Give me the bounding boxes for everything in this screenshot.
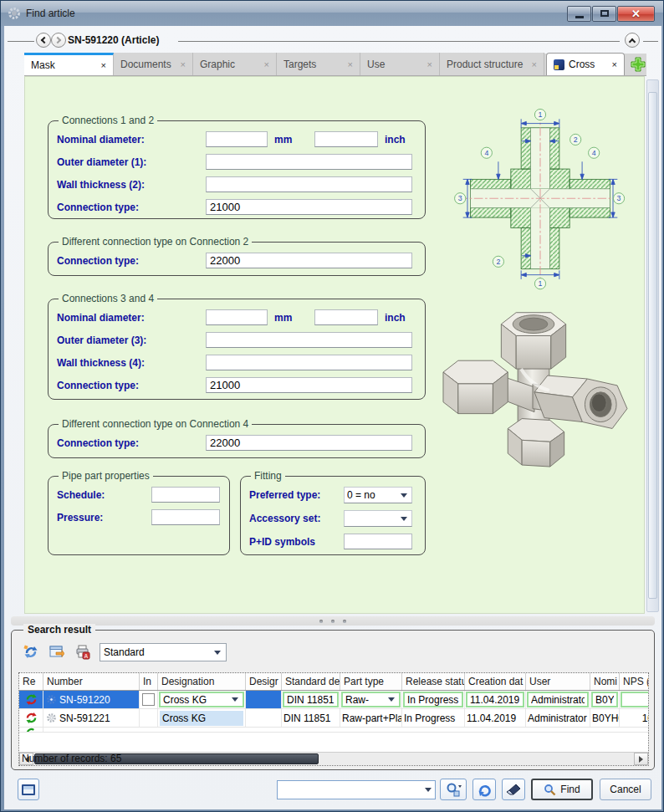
connection-type-label: Connection type: bbox=[57, 255, 206, 267]
close-tab-icon[interactable]: × bbox=[101, 60, 106, 70]
connection-type-label: Connection type: bbox=[57, 437, 206, 449]
maximize-button[interactable] bbox=[592, 6, 616, 22]
col-user[interactable]: User bbox=[526, 673, 590, 690]
col-part-type[interactable]: Part type bbox=[340, 673, 402, 690]
nominal-diameter-inch-input[interactable] bbox=[314, 309, 378, 325]
group-connections-3-4: Connections 3 and 4 Nominal diameter: mm… bbox=[48, 293, 426, 400]
in-checkbox[interactable] bbox=[142, 693, 155, 706]
table-row[interactable]: SN-591221 Cross KG DIN 11851 Raw-part+Pl… bbox=[19, 709, 648, 728]
col-nps[interactable]: NPS ( bbox=[620, 673, 649, 690]
wall-thickness-4-input[interactable] bbox=[206, 355, 412, 370]
schedule-input[interactable] bbox=[151, 487, 220, 503]
tab-targets[interactable]: Targets × bbox=[277, 53, 360, 75]
col-release-icon[interactable]: Re bbox=[19, 673, 43, 690]
wall-thickness-2-label: Wall thickness (2): bbox=[57, 179, 206, 191]
export-results-button[interactable] bbox=[48, 643, 66, 661]
standard-designation-value: DIN 11851 bbox=[282, 709, 340, 727]
close-tab-icon[interactable]: × bbox=[181, 59, 186, 69]
pressure-input[interactable] bbox=[151, 509, 220, 525]
close-tab-icon[interactable]: × bbox=[612, 59, 617, 69]
panel-toggle-button[interactable] bbox=[18, 779, 39, 800]
search-result-legend: Search result bbox=[23, 624, 95, 636]
group-pipe-part-properties: Pipe part properties Schedule: Pressure: bbox=[48, 470, 230, 555]
record-count: Number of records: 65 bbox=[22, 753, 121, 764]
tab-product-structure[interactable]: Product structure × bbox=[440, 53, 544, 75]
outer-diameter-1-label: Outer diameter (1): bbox=[57, 156, 206, 168]
accessory-set-select[interactable] bbox=[344, 510, 412, 527]
creation-date-edit[interactable]: 11.04.2019 bbox=[466, 692, 524, 707]
collapse-button[interactable] bbox=[625, 33, 640, 48]
connection-type-3-input[interactable] bbox=[206, 377, 412, 393]
splitter-handle[interactable] bbox=[11, 616, 655, 626]
user-edit[interactable]: Administrator bbox=[527, 692, 589, 707]
tab-bar: Mask × Documents × Graphic × Targets × U… bbox=[24, 54, 646, 76]
titlebar[interactable]: Find article ✕ bbox=[1, 1, 663, 26]
nps-edit[interactable] bbox=[621, 692, 649, 707]
wall-thickness-2-input[interactable] bbox=[206, 176, 412, 192]
close-tab-icon[interactable]: × bbox=[264, 59, 269, 69]
print-results-button[interactable]: A bbox=[74, 643, 92, 661]
connection-type-4-input[interactable] bbox=[206, 435, 412, 451]
col-creation-date[interactable]: Creation dat bbox=[465, 673, 526, 690]
close-tab-icon[interactable]: × bbox=[348, 59, 353, 69]
standard-designation-edit[interactable]: DIN 11851 bbox=[283, 692, 339, 707]
tab-mask[interactable]: Mask × bbox=[24, 53, 114, 75]
refresh-results-button[interactable] bbox=[22, 643, 40, 661]
outer-diameter-3-input[interactable] bbox=[206, 332, 412, 348]
tab-documents[interactable]: Documents × bbox=[114, 53, 193, 75]
find-button[interactable]: Find bbox=[531, 779, 593, 800]
preferred-type-select[interactable]: 0 = no bbox=[344, 487, 412, 503]
tab-use[interactable]: Use × bbox=[360, 53, 440, 75]
saved-search-select[interactable] bbox=[277, 780, 436, 799]
col-nominal[interactable]: Nomi bbox=[590, 673, 620, 690]
user-value: Administrator bbox=[526, 709, 590, 727]
prev-record-button[interactable] bbox=[36, 33, 51, 48]
chevron-down-icon bbox=[214, 651, 221, 658]
col-standard[interactable]: Standard de bbox=[282, 673, 340, 690]
close-tab-icon[interactable]: × bbox=[427, 59, 432, 69]
release-status-value: In Progress bbox=[402, 709, 465, 727]
nominal-diameter-mm-input[interactable] bbox=[206, 309, 268, 325]
col-designation-2[interactable]: Desigr bbox=[246, 673, 282, 690]
nominal-diameter-inch-input[interactable] bbox=[314, 131, 378, 147]
col-release-status[interactable]: Release statu bbox=[402, 673, 465, 690]
minimize-button[interactable] bbox=[567, 6, 591, 22]
nominal-edit[interactable]: B0YHQ bbox=[591, 692, 618, 707]
tab-graphic[interactable]: Graphic × bbox=[193, 53, 277, 75]
save-search-button[interactable] bbox=[440, 779, 467, 800]
mask-form-panel: Connections 1 and 2 Nominal diameter: mm… bbox=[24, 76, 645, 614]
col-in[interactable]: In bbox=[140, 673, 158, 690]
view-select[interactable]: Standard bbox=[100, 643, 227, 661]
table-row[interactable]: SN-591220 Cross KG DIN 11851 bbox=[19, 691, 648, 709]
close-tab-icon[interactable]: × bbox=[532, 59, 537, 69]
group-diff-connection-4: Different connection type on Connection … bbox=[48, 418, 426, 458]
scroll-right-button[interactable] bbox=[634, 753, 648, 765]
svg-text:2: 2 bbox=[496, 258, 500, 266]
reset-search-button[interactable] bbox=[472, 779, 496, 800]
close-button[interactable]: ✕ bbox=[617, 6, 655, 22]
pressure-label: Pressure: bbox=[57, 512, 151, 523]
connection-type-2-input[interactable] bbox=[206, 253, 412, 268]
release-status-edit[interactable]: In Progress bbox=[403, 692, 463, 707]
cross-3d-preview bbox=[423, 288, 642, 470]
mask-page-icon bbox=[554, 59, 564, 70]
tab-cross[interactable]: Cross × bbox=[546, 53, 625, 75]
search-icon bbox=[544, 784, 556, 796]
scrollbar-thumb[interactable] bbox=[648, 92, 657, 599]
outer-diameter-1-input[interactable] bbox=[206, 154, 412, 170]
clear-fields-button[interactable] bbox=[502, 779, 525, 800]
designation-select[interactable]: Cross KG bbox=[159, 692, 244, 707]
part-type-select[interactable]: Raw- bbox=[341, 692, 401, 707]
col-designation[interactable]: Designation bbox=[158, 673, 246, 690]
article-number: SN-591220 bbox=[59, 694, 110, 706]
next-record-button[interactable] bbox=[51, 33, 66, 48]
outer-diameter-3-label: Outer diameter (3): bbox=[57, 335, 206, 346]
cancel-button[interactable]: Cancel bbox=[600, 779, 651, 800]
table-row[interactable] bbox=[19, 728, 648, 733]
col-number[interactable]: Number bbox=[43, 673, 140, 690]
add-tab-button[interactable] bbox=[630, 56, 646, 73]
pid-symbols-input[interactable] bbox=[344, 534, 412, 549]
nominal-diameter-mm-input[interactable] bbox=[206, 131, 268, 147]
connection-type-1-input[interactable] bbox=[206, 199, 412, 215]
form-vertical-scrollbar[interactable] bbox=[646, 79, 659, 612]
